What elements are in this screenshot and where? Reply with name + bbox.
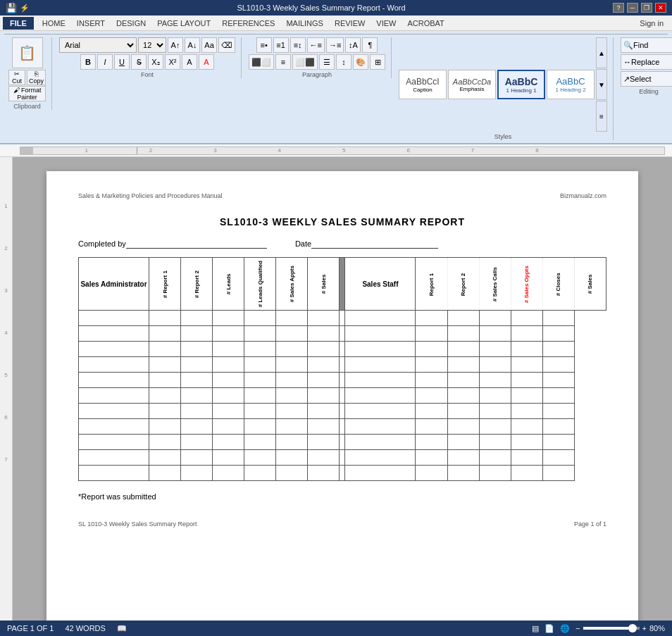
line-spacing-button[interactable]: ↕ <box>336 54 351 70</box>
font-color-button[interactable]: A <box>199 54 214 70</box>
web-view-icon[interactable]: 🌐 <box>560 624 570 633</box>
file-menu[interactable]: FILE <box>3 17 34 30</box>
read-view-icon[interactable]: 📄 <box>545 624 554 633</box>
sort-button[interactable]: ↕A <box>345 37 361 53</box>
home-menu[interactable]: HOME <box>37 18 71 29</box>
admin-r2[interactable] <box>181 311 213 326</box>
text-highlight-button[interactable]: A <box>182 54 197 70</box>
show-marks-button[interactable]: ¶ <box>362 37 378 53</box>
numbering-button[interactable]: ≡1 <box>273 37 289 53</box>
references-menu[interactable]: REFERENCES <box>216 18 280 29</box>
staff-calls[interactable] <box>447 311 479 326</box>
increase-indent-button[interactable]: →≡ <box>326 37 344 53</box>
mailings-menu[interactable]: MAILINGS <box>280 18 329 29</box>
admin-r1[interactable] <box>149 311 181 326</box>
report1-admin-header: # Report 1 <box>149 258 181 311</box>
admin-leads[interactable] <box>213 311 244 326</box>
border-button[interactable]: ⊞ <box>370 54 385 70</box>
divider-column <box>340 258 345 311</box>
align-center-button[interactable]: ≡ <box>275 54 291 70</box>
review-menu[interactable]: REVIEW <box>329 18 371 29</box>
admin-appts[interactable] <box>276 311 308 326</box>
emphasis-style-button[interactable]: AaBbCcDa Emphasis <box>448 70 496 99</box>
close-button[interactable]: ✕ <box>655 3 666 13</box>
staff-closes[interactable] <box>511 311 542 326</box>
leads-qualified-header: # Leads Qualified <box>244 258 276 311</box>
shading-button[interactable]: 🎨 <box>353 54 368 70</box>
multilevel-list-button[interactable]: ≡↕ <box>290 37 306 53</box>
zoom-out-button[interactable]: − <box>575 624 580 632</box>
admin-sales[interactable] <box>308 311 340 326</box>
cut-button[interactable]: ✂ Cut <box>8 70 25 85</box>
word-count: 42 WORDS <box>65 624 105 632</box>
sign-in-link[interactable]: Sign in <box>634 18 669 29</box>
completed-by-field[interactable] <box>126 239 267 249</box>
heading1-style-button[interactable]: AaBbC 1 Heading 1 <box>497 70 545 99</box>
clipboard-label: Clipboard <box>13 103 41 110</box>
styles-scroll-up[interactable]: ▲ <box>596 37 607 68</box>
font-size-select[interactable]: 12 <box>138 37 166 53</box>
format-painter-button[interactable]: 🖌 Format Painter <box>8 86 46 101</box>
admin-leads-q[interactable] <box>244 311 276 326</box>
acrobat-menu[interactable]: ACROBAT <box>402 18 449 29</box>
heading2-label: 1 Heading 2 <box>555 87 585 93</box>
italic-button[interactable]: I <box>97 54 113 70</box>
design-menu[interactable]: DESIGN <box>111 18 151 29</box>
staff-oppts[interactable] <box>479 311 511 326</box>
styles-scroll-down[interactable]: ▼ <box>596 69 607 100</box>
admin-name-cell[interactable] <box>79 311 149 326</box>
date-field[interactable] <box>311 239 438 249</box>
editing-label: Editing <box>639 88 659 95</box>
note-text: *Report was submitted <box>78 492 606 501</box>
clear-format-button[interactable]: ⌫ <box>218 37 235 53</box>
copy-button[interactable]: ⎘ Copy <box>27 70 46 85</box>
document-page: Sales & Marketing Policies and Procedure… <box>46 171 638 636</box>
view-menu[interactable]: VIEW <box>371 18 402 29</box>
strikethrough-button[interactable]: S̶ <box>131 54 147 70</box>
table-row <box>79 342 606 357</box>
restore-button[interactable]: ❐ <box>641 3 652 13</box>
layout-view-icon[interactable]: ▤ <box>532 624 539 633</box>
replace-button[interactable]: ↔ Replace <box>621 54 672 70</box>
justify-button[interactable]: ☰ <box>319 54 335 70</box>
caption-style-button[interactable]: AaBbCcI Caption <box>399 70 447 99</box>
paste-button[interactable]: 📋 <box>12 37 43 68</box>
header-left: Sales & Marketing Policies and Procedure… <box>78 192 223 199</box>
insert-menu[interactable]: INSERT <box>71 18 111 29</box>
staff-sales[interactable] <box>542 311 574 326</box>
heading2-style-button[interactable]: AaBbC 1 Heading 2 <box>547 70 595 99</box>
zoom-in-button[interactable]: + <box>642 624 647 632</box>
underline-button[interactable]: U <box>114 54 130 70</box>
help-button[interactable]: ? <box>613 3 624 13</box>
font-name-select[interactable]: Arial <box>59 37 137 53</box>
zoom-slider[interactable] <box>583 627 640 630</box>
change-case-button[interactable]: Aa <box>201 37 217 53</box>
align-right-button[interactable]: ⬜⬛ <box>292 54 318 70</box>
read-mode-icon[interactable]: 📖 <box>117 624 127 633</box>
page-layout-menu[interactable]: PAGE LAYOUT <box>151 18 216 29</box>
minimize-button[interactable]: ─ <box>627 3 638 13</box>
paragraph-label: Paragraph <box>302 71 332 78</box>
staff-name-cell[interactable] <box>340 311 345 326</box>
table-row <box>79 357 606 373</box>
select-button[interactable]: ↗ Select <box>621 71 672 87</box>
caption-label: Caption <box>413 87 433 93</box>
align-left-button[interactable]: ⬛⬜ <box>249 54 274 70</box>
decrease-indent-button[interactable]: ←≡ <box>307 37 325 53</box>
emphasis-preview: AaBbCcDa <box>453 77 491 86</box>
styles-more[interactable]: ≡ <box>596 101 607 132</box>
subscript-button[interactable]: X₂ <box>148 54 163 70</box>
bullets-button[interactable]: ≡• <box>256 37 272 53</box>
staff-r2[interactable] <box>416 311 447 326</box>
shrink-font-button[interactable]: A↓ <box>185 37 200 53</box>
superscript-button[interactable]: X² <box>165 54 180 70</box>
staff-r1[interactable] <box>345 311 416 326</box>
grow-font-button[interactable]: A↑ <box>168 37 183 53</box>
bold-button[interactable]: B <box>80 54 96 70</box>
document-area[interactable]: Sales & Marketing Policies and Procedure… <box>13 157 672 636</box>
report1-staff-header: Report 1 <box>416 258 447 311</box>
page-footer: SL 1010-3 Weekly Sales Summary Report Pa… <box>78 515 606 528</box>
styles-group: AaBbCcI Caption AaBbCcDa Emphasis AaBbC … <box>399 37 614 140</box>
find-button[interactable]: 🔍 Find <box>621 37 672 53</box>
report2-admin-header: # Report 2 <box>181 258 213 311</box>
